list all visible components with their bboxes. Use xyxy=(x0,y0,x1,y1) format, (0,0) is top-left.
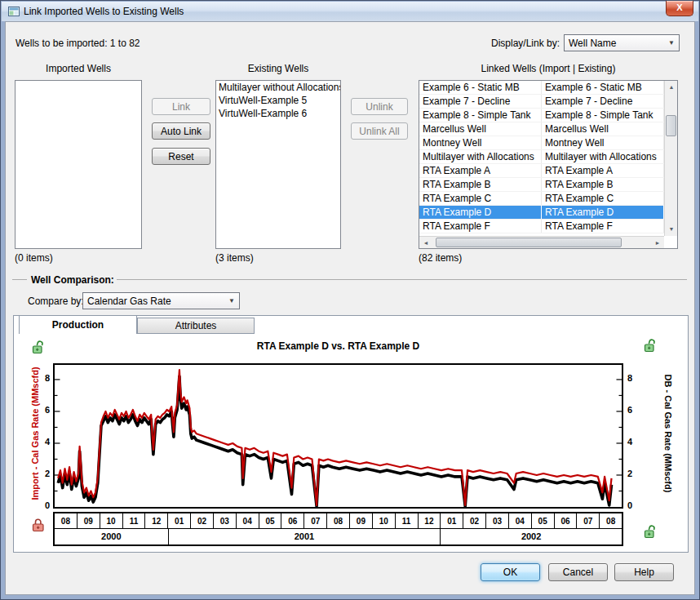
month-cell: 03 xyxy=(486,513,509,528)
window-title: Link Imported Wells to Existing Wells xyxy=(24,6,184,17)
existing-wells-list[interactable]: Multilayer without AllocationsVirtuWell-… xyxy=(215,80,341,249)
linked-wells-list[interactable]: Example 6 - Static MBExample 6 - Static … xyxy=(419,80,678,249)
month-cell: 02 xyxy=(191,513,214,528)
scroll-down-icon[interactable]: ▼ xyxy=(665,223,678,236)
app-icon xyxy=(8,7,20,16)
unlink-button[interactable]: Unlink xyxy=(351,98,408,115)
table-row[interactable]: Multilayer with AllocationsMultilayer wi… xyxy=(419,150,664,164)
month-cell: 11 xyxy=(396,513,419,528)
link-button[interactable]: Link xyxy=(152,98,210,115)
chart-area: RTA Example D vs. RTA Example D xyxy=(14,334,688,552)
chevron-down-icon: ▼ xyxy=(228,297,235,304)
compare-by-label: Compare by: xyxy=(28,296,84,307)
y-tick-label: 0 xyxy=(35,500,50,510)
imported-wells-title: Imported Wells xyxy=(15,63,142,74)
wells-imported-info: Wells to be imported: 1 to 82 xyxy=(16,38,140,49)
linked-import-cell: Example 6 - Static MB xyxy=(419,81,542,94)
group-divider xyxy=(12,279,27,280)
scroll-left-icon[interactable]: ◄ xyxy=(419,237,432,249)
month-cell: 12 xyxy=(419,513,441,528)
table-row[interactable]: RTA Example ARTA Example A xyxy=(419,164,664,178)
title-bar[interactable]: Link Imported Wells to Existing Wells xyxy=(2,2,698,21)
unlock-icon[interactable] xyxy=(644,523,657,540)
linked-wells-rows: Example 6 - Static MBExample 6 - Static … xyxy=(419,81,664,236)
linked-import-cell: Montney Well xyxy=(419,136,542,149)
table-row[interactable]: RTA Example CRTA Example C xyxy=(419,192,664,206)
y-tick-label: 8 xyxy=(35,373,50,383)
ok-button[interactable]: OK xyxy=(481,563,540,581)
table-row[interactable]: RTA Example DRTA Example D xyxy=(419,206,664,220)
vertical-scrollbar[interactable]: ▲ ▼ xyxy=(664,81,677,236)
linked-import-cell: RTA Example C xyxy=(419,192,542,205)
linked-existing-cell: RTA Example F xyxy=(542,220,664,233)
month-cell: 04 xyxy=(509,513,532,528)
linked-import-cell: Multilayer with Allocations xyxy=(419,150,542,163)
month-cell: 09 xyxy=(78,513,100,528)
chart-plot-svg xyxy=(55,365,622,507)
tab-attributes[interactable]: Attributes xyxy=(137,318,255,334)
month-cell: 07 xyxy=(304,513,327,528)
existing-wells-title: Existing Wells xyxy=(215,63,341,74)
tab-production[interactable]: Production xyxy=(19,315,137,334)
year-cell: 2001 xyxy=(169,529,441,544)
chart-title: RTA Example D vs. RTA Example D xyxy=(53,340,623,352)
help-button[interactable]: Help xyxy=(614,563,674,581)
cancel-button[interactable]: Cancel xyxy=(548,563,608,581)
x-axis-strips: 0809101112010203040506070809101112010203… xyxy=(53,512,623,546)
close-button[interactable]: X xyxy=(666,1,693,16)
table-row[interactable]: Montney WellMontney Well xyxy=(419,136,664,150)
table-row[interactable]: Example 6 - Static MBExample 6 - Static … xyxy=(419,81,664,95)
unlock-icon[interactable] xyxy=(644,337,657,353)
scroll-right-icon[interactable]: ► xyxy=(651,237,664,249)
linked-existing-cell: Montney Well xyxy=(542,136,664,149)
horizontal-scroll-thumb[interactable] xyxy=(436,238,622,247)
linked-import-cell: RTA Example B xyxy=(419,178,542,191)
display-link-value: Well Name xyxy=(569,38,616,49)
year-cell: 2002 xyxy=(441,529,622,544)
dialog-window: Link Imported Wells to Existing Wells X … xyxy=(0,0,700,600)
display-link-combobox[interactable]: Well Name ▼ xyxy=(564,34,680,51)
list-item[interactable]: Multilayer without Allocations xyxy=(216,81,340,94)
table-row[interactable]: Example 7 - DeclineExample 7 - Decline xyxy=(419,95,664,109)
month-cell: 06 xyxy=(281,513,304,528)
linked-existing-cell: RTA Example A xyxy=(542,164,664,177)
linked-import-cell: RTA Example A xyxy=(419,164,542,177)
month-cell: 07 xyxy=(577,513,600,528)
chevron-down-icon: ▼ xyxy=(668,39,675,47)
horizontal-scrollbar[interactable]: ◄ ► xyxy=(419,236,664,248)
left-axis-title: Import - Cal Gas Rate (MMscfd) xyxy=(30,344,40,523)
chart-plot[interactable] xyxy=(53,363,623,509)
linked-import-cell: RTA Example F xyxy=(419,220,542,233)
y-tick-label: 0 xyxy=(627,500,642,510)
linked-wells-title: Linked Wells (Import | Existing) xyxy=(419,63,678,74)
unlink-all-button[interactable]: Unlink All xyxy=(351,122,408,140)
month-cell: 11 xyxy=(123,513,146,528)
table-row[interactable]: Example 8 - Simple TankExample 8 - Simpl… xyxy=(419,109,664,122)
month-cell: 05 xyxy=(532,513,555,528)
imported-wells-list[interactable] xyxy=(15,80,142,249)
month-cell: 09 xyxy=(350,513,373,528)
month-cell: 02 xyxy=(463,513,486,528)
linked-existing-cell: Multilayer with Allocations xyxy=(542,150,664,163)
vertical-scroll-thumb[interactable] xyxy=(666,115,676,136)
month-cell: 05 xyxy=(259,513,282,528)
compare-by-combobox[interactable]: Calendar Gas Rate ▼ xyxy=(82,292,240,309)
month-cell: 01 xyxy=(168,513,191,528)
month-cell: 06 xyxy=(555,513,578,528)
table-row[interactable]: Marcellus WellMarcellus Well xyxy=(419,122,664,136)
month-cell: 08 xyxy=(327,513,350,528)
linked-existing-cell: Marcellus Well xyxy=(542,122,664,136)
table-row[interactable]: RTA Example BRTA Example B xyxy=(419,178,664,192)
table-row[interactable]: RTA Example FRTA Example F xyxy=(419,220,664,233)
reset-button[interactable]: Reset xyxy=(152,148,210,165)
list-item[interactable]: VirtuWell-Example 5 xyxy=(216,94,340,107)
list-item[interactable]: VirtuWell-Example 6 xyxy=(216,107,340,120)
month-cell: 01 xyxy=(441,513,463,528)
linked-existing-cell: RTA Example B xyxy=(542,178,664,191)
scroll-up-icon[interactable]: ▲ xyxy=(665,81,678,94)
month-cell: 03 xyxy=(214,513,237,528)
linked-existing-cell: Example 7 - Decline xyxy=(542,95,664,108)
auto-link-button[interactable]: Auto Link xyxy=(152,122,210,140)
linked-import-cell: RTA Example D xyxy=(419,206,542,219)
series-line-db xyxy=(58,376,611,506)
